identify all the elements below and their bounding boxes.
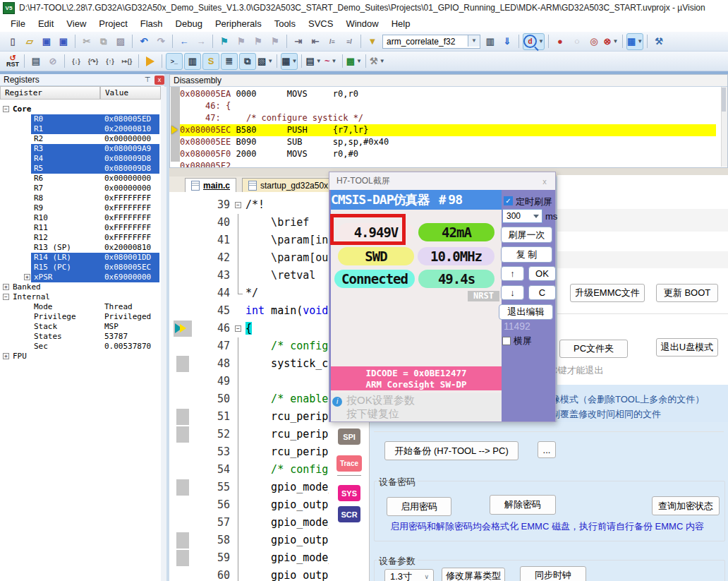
analysis-windows-icon[interactable]: ▧▼ <box>257 54 273 69</box>
navigate-back-icon[interactable]: ← <box>176 34 192 49</box>
sidebar-tab-spi[interactable]: SPI <box>338 429 360 445</box>
comment-icon[interactable]: /≡ <box>324 34 340 49</box>
register-row[interactable]: Sec0.00537870 <box>0 342 161 352</box>
query-encrypt-status-button[interactable]: 查询加密状态 <box>652 496 720 515</box>
collapse-icon[interactable]: − <box>3 294 9 300</box>
value-column-header[interactable]: Value <box>100 86 161 100</box>
register-row[interactable]: R90xFFFFFFFF <box>0 203 161 213</box>
register-row[interactable]: −Internal <box>0 292 161 302</box>
disassembly-scrollbar-thumb[interactable] <box>722 88 726 112</box>
expand-icon[interactable]: + <box>3 284 9 290</box>
insert-breakpoint-icon[interactable]: ● <box>552 34 568 49</box>
register-row[interactable]: R20x00000000 <box>0 134 161 144</box>
fold-column[interactable] <box>234 426 243 443</box>
exit-edit-button[interactable]: 退出编辑 <box>499 304 553 320</box>
register-row[interactable]: R120xFFFFFFFF <box>0 233 161 243</box>
up-button[interactable]: ↑ <box>501 266 524 281</box>
remove-password-button[interactable]: 解除密码 <box>490 495 556 515</box>
bookmark-toggle-icon[interactable]: ⚑ <box>217 34 232 49</box>
menu-tools[interactable]: Tools <box>268 17 302 30</box>
fold-column[interactable] <box>234 249 243 267</box>
fold-column[interactable] <box>234 496 243 514</box>
register-row[interactable]: R13 (SP)0x20000810 <box>0 243 161 253</box>
fold-column[interactable] <box>234 232 243 249</box>
fold-column[interactable]: − <box>234 196 243 214</box>
unindent-icon[interactable]: ⇤ <box>308 34 323 49</box>
window-layout-icon[interactable]: ▦▼ <box>626 33 643 50</box>
bookmark-prev-icon[interactable]: ⚑ <box>233 34 249 49</box>
command-window-icon[interactable]: >_ <box>166 53 183 70</box>
menu-project[interactable]: Project <box>92 17 133 30</box>
registers-scrollbar[interactable] <box>161 87 166 581</box>
register-row[interactable]: R110xFFFFFFFF <box>0 223 161 233</box>
modify-screen-type-button[interactable]: 修改屏幕类型 <box>442 568 505 581</box>
find-in-files-icon[interactable]: ▥ <box>483 34 498 49</box>
screen-size-select[interactable]: 1.3寸 ∨ <box>384 569 434 581</box>
menu-flash[interactable]: Flash <box>134 17 169 30</box>
start-backup-button[interactable]: 开始备份 (H7-TOOL --> PC) <box>384 441 518 460</box>
register-row[interactable]: R80xFFFFFFFF <box>0 193 161 203</box>
menu-svcs[interactable]: SVCS <box>302 17 339 30</box>
project-filter-icon[interactable]: ▼ <box>365 34 380 49</box>
register-row[interactable]: R70x00000000 <box>0 184 161 193</box>
step-over-icon[interactable]: {↷} <box>85 54 101 69</box>
save-icon[interactable]: ▣ <box>39 34 54 49</box>
fold-collapse-icon[interactable]: − <box>235 325 241 332</box>
disable-breakpoints-icon[interactable]: ◎ <box>586 34 602 49</box>
chevron-down-icon[interactable]: ▼ <box>468 35 480 47</box>
redo-icon[interactable]: ↷ <box>153 34 169 49</box>
expand-icon[interactable]: + <box>3 353 9 359</box>
registers-window-icon[interactable]: ≣ <box>221 53 238 70</box>
collapse-icon[interactable]: − <box>3 106 9 112</box>
fold-column[interactable] <box>234 373 243 390</box>
refresh-once-button[interactable]: 刷屏一次 <box>501 227 552 243</box>
disassembly-line[interactable]: 0x080005F0 2000 MOVS r0,#0 <box>180 148 716 160</box>
disassembly-line[interactable]: 46: { <box>180 100 716 112</box>
register-row[interactable]: R40x080009D8 <box>0 154 161 164</box>
trace-windows-icon[interactable]: ~▼ <box>323 54 339 69</box>
fold-column[interactable] <box>234 267 243 284</box>
disassembly-line[interactable]: 0x080005F2 <box>180 160 716 167</box>
register-row[interactable]: +xPSR0x69000000 <box>0 272 161 282</box>
register-row[interactable]: R60x00000000 <box>0 174 161 184</box>
show-next-statement-icon[interactable]: ▤ <box>28 54 44 69</box>
disassembly-window-icon[interactable]: ▥ <box>184 53 201 70</box>
new-file-icon[interactable]: ▯ <box>5 34 20 49</box>
paste-icon[interactable]: ▨ <box>113 34 128 49</box>
kill-breakpoints-icon[interactable]: ⊗▼ <box>603 34 619 49</box>
fold-column[interactable] <box>234 390 243 408</box>
save-all-icon[interactable]: ▣ <box>56 34 71 49</box>
register-row[interactable]: R15 (PC)0x080005EC <box>0 263 161 272</box>
sidebar-tab-trace[interactable]: Trace <box>336 455 362 472</box>
copy-icon[interactable]: ⧉ <box>96 34 111 49</box>
menu-file[interactable]: File <box>4 17 32 30</box>
register-row[interactable]: R14 (LR)0x080001DD <box>0 253 161 263</box>
sync-clock-button[interactable]: 同步时钟 <box>520 566 586 581</box>
refresh-interval-select[interactable]: 300 <box>502 209 542 223</box>
fold-column[interactable] <box>234 443 243 461</box>
reset-cpu-button[interactable]: ↺RST <box>5 54 20 69</box>
disassembly-margin[interactable] <box>171 87 180 162</box>
memory-windows-icon[interactable]: ▦▼ <box>281 53 298 70</box>
pin-icon[interactable]: ⊤ <box>143 76 152 84</box>
register-row[interactable]: R00x080005ED <box>0 114 161 124</box>
pc-folder-button[interactable]: PC文件夹 <box>559 340 628 358</box>
auto-refresh-checkbox[interactable]: ✓ <box>504 196 513 205</box>
landscape-checkbox[interactable] <box>502 337 511 345</box>
fold-column[interactable] <box>234 302 243 320</box>
configure-tools-icon[interactable]: ⚒ <box>651 34 667 49</box>
search-next-icon[interactable]: ⇓ <box>499 34 515 49</box>
fold-column[interactable] <box>234 461 243 479</box>
fold-column[interactable] <box>234 514 243 532</box>
tab-startup_gd32a50x-s[interactable]: startup_gd32a50x.s <box>242 178 341 192</box>
backup-more-button[interactable]: ... <box>538 441 556 458</box>
fold-collapse-icon[interactable]: − <box>235 202 241 208</box>
uncomment-icon[interactable]: ≡/ <box>341 34 357 49</box>
fold-column[interactable] <box>234 355 243 373</box>
target-select[interactable]: arm_correlate_f32▼ <box>382 35 480 49</box>
cut-icon[interactable]: ✂ <box>79 34 95 49</box>
fold-column[interactable] <box>234 532 243 549</box>
register-row[interactable]: +FPU <box>0 352 161 361</box>
disassembly-line[interactable]: 0x080005EA 0000 MOVS r0,r0 <box>180 88 716 100</box>
fold-column[interactable] <box>234 479 243 496</box>
